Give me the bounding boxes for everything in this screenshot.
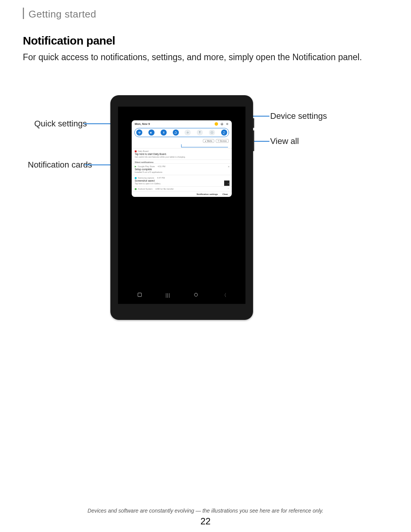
notification-card-screenshot[interactable]: ⌄ Samsung capture 4:47 PM Screenshot sav… [132, 175, 232, 186]
panel-date: Mon, Nov 9 [135, 122, 150, 126]
tablet-screen: Mon, Nov 9 ⏻ ⚙ ✈ [118, 107, 245, 304]
home-nav-icon[interactable] [193, 292, 199, 299]
devices-label: Devices [220, 140, 227, 142]
media-button[interactable]: ● Media [203, 139, 214, 143]
callout-device-settings: Device settings [270, 111, 327, 121]
flashlight-icon[interactable] [197, 129, 203, 136]
airplane-icon[interactable]: ✈ [185, 129, 191, 136]
sync-icon[interactable] [221, 129, 227, 136]
android-navbar: ||| 〈 [126, 290, 238, 300]
quick-settings-row: ✈ [134, 128, 229, 137]
callout-notification-cards: Notification cards [28, 160, 92, 170]
svg-point-3 [194, 293, 198, 296]
section-header: Getting started [29, 8, 96, 20]
media-label: Media [207, 140, 212, 142]
devices-button[interactable]: ⠿ Devices [216, 139, 229, 143]
callout-view-all: View all [270, 136, 299, 146]
card-time: 4:47 PM [157, 177, 165, 179]
panel-header: Mon, Nov 9 ⏻ ⚙ [132, 120, 232, 126]
dnd-icon[interactable] [209, 129, 215, 136]
bluetooth-icon[interactable] [161, 129, 167, 136]
card-title: USB for file transfer [155, 188, 174, 190]
back-nav-icon[interactable]: 〈 [222, 292, 226, 299]
app-name: Android System [138, 188, 153, 190]
card-title: Setup complete [135, 168, 229, 171]
play-icon: ▶ [135, 165, 137, 168]
sound-icon[interactable] [148, 129, 155, 136]
notification-card-daily-board[interactable]: Daily Board Tap here to start Daily Boar… [132, 148, 232, 160]
user-icon[interactable] [215, 122, 218, 126]
volume-button-illustration [253, 130, 254, 151]
callout-quick-settings: Quick settings [34, 119, 87, 129]
clear-button[interactable]: Clear [222, 193, 228, 195]
tablet-device-illustration: Mon, Nov 9 ⏻ ⚙ ✈ [110, 95, 253, 320]
card-title: Screenshot saved [135, 179, 229, 182]
app-name: Google Play Store [138, 165, 155, 168]
close-icon[interactable]: × [228, 165, 229, 168]
notification-card-play-store[interactable]: × ▶ Google Play Store 4:51 PM Setup comp… [132, 163, 232, 175]
rotate-icon[interactable] [173, 129, 179, 136]
intro-paragraph: For quick access to notifications, setti… [23, 51, 388, 64]
app-name: Daily Board [138, 150, 148, 152]
card-subtitle: Get useful info and features while your … [135, 156, 229, 158]
power-icon[interactable]: ⏻ [220, 123, 223, 126]
wifi-icon[interactable] [136, 129, 142, 136]
notification-settings-button[interactable]: Notification settings [197, 193, 218, 195]
power-button-illustration [253, 118, 254, 128]
card-subtitle: Installed 5 out of 5 applications [135, 171, 229, 173]
android-icon [135, 188, 137, 190]
card-title: Tap here to start Daily Board. [135, 153, 229, 155]
panel-footer: Notification settings Clear [132, 191, 232, 197]
recents-nav-icon[interactable]: ||| [166, 292, 170, 298]
svg-rect-1 [211, 133, 212, 133]
card-time: 4:51 PM [158, 165, 165, 168]
app-name: Samsung capture [138, 177, 154, 179]
page-number: 22 [0, 516, 411, 527]
app-icon [135, 177, 137, 179]
notification-panel: Mon, Nov 9 ⏻ ⚙ ✈ [132, 120, 232, 197]
chevron-down-icon[interactable]: ⌄ [227, 187, 229, 190]
silent-notifications-header: Silent notifications [132, 160, 232, 163]
screenshot-nav-icon[interactable] [137, 292, 142, 299]
chevron-down-icon[interactable]: ⌄ [227, 182, 229, 185]
svg-rect-2 [138, 293, 142, 296]
header-accent-bar [23, 8, 24, 19]
view-all-indicator [181, 144, 228, 147]
media-devices-row: ● Media ⠿ Devices [132, 138, 232, 144]
gear-icon[interactable]: ⚙ [226, 123, 229, 126]
notification-card-android-system[interactable]: ⌄ Android System USB for file transfer [132, 186, 232, 191]
app-icon [135, 150, 137, 152]
page-title: Notification panel [23, 34, 115, 47]
footer-disclaimer: Devices and software are constantly evol… [0, 508, 411, 514]
notification-panel-diagram: Quick settings Notification cards Device… [0, 91, 411, 339]
card-subtitle: Tap here to open it in Gallery. [135, 182, 229, 185]
